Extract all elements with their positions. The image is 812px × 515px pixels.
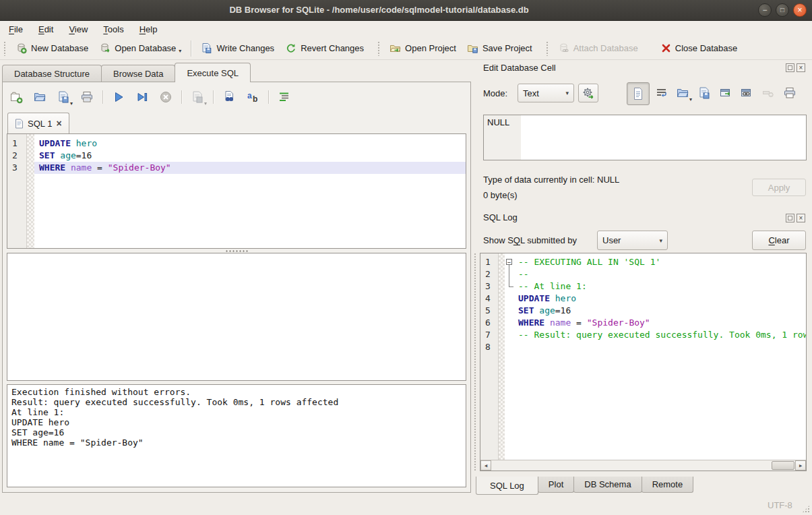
toolbar-separator bbox=[213, 90, 214, 104]
new-database-button[interactable]: New Database bbox=[10, 40, 94, 57]
code-token: SET bbox=[518, 305, 534, 315]
execute-all-button[interactable] bbox=[111, 89, 127, 105]
code-line: WHERE name = "Spider-Boy" bbox=[518, 317, 650, 328]
dock-tab-remote[interactable]: Remote bbox=[642, 477, 694, 493]
open-sql-file-button[interactable] bbox=[32, 89, 48, 105]
sql-log-dock-title: SQL Log bbox=[483, 212, 518, 222]
export-cell-data-button[interactable] bbox=[697, 86, 712, 100]
execution-message-text: Execution finished without errors. Resul… bbox=[7, 385, 466, 450]
code-token: -- bbox=[518, 269, 529, 279]
save-sql-file-button[interactable]: ▾ bbox=[55, 89, 71, 105]
dock-float-button[interactable] bbox=[786, 214, 794, 222]
sql-editor[interactable]: 1UPDATE hero 2SET age=16 3WHERE name = "… bbox=[7, 133, 466, 249]
maximize-icon: □ bbox=[780, 7, 784, 13]
attach-database-label: Attach Database bbox=[573, 43, 638, 53]
open-project-button[interactable]: Open Project bbox=[384, 40, 462, 57]
save-file-dropdown-icon[interactable]: ▾ bbox=[70, 100, 73, 107]
cell-value-editor[interactable]: NULL bbox=[483, 115, 807, 160]
play-line-icon bbox=[135, 90, 149, 104]
new-sql-tab-button[interactable] bbox=[8, 89, 24, 105]
set-as-link-button[interactable] bbox=[739, 86, 754, 100]
mode-select[interactable]: Text ▾ bbox=[518, 84, 574, 102]
dock-close-button[interactable]: × bbox=[797, 63, 805, 72]
code-token: =16 bbox=[555, 305, 571, 315]
auto-complete-button[interactable]: ab bbox=[245, 89, 261, 105]
tab-execute-sql[interactable]: Execute SQL bbox=[175, 63, 251, 82]
maximize-button[interactable]: □ bbox=[776, 3, 789, 17]
sql-file-tab-close-icon[interactable]: × bbox=[56, 119, 61, 127]
menu-tools[interactable]: Tools bbox=[97, 23, 129, 36]
fold-collapse-icon[interactable]: − bbox=[506, 259, 512, 265]
close-database-button[interactable]: Close Database bbox=[656, 40, 743, 56]
apply-button-label: Apply bbox=[768, 183, 790, 193]
titlebar: DB Browser for SQLite - /home/user/code/… bbox=[0, 0, 812, 21]
write-changes-button[interactable]: Write Changes bbox=[195, 40, 280, 57]
mode-select-value: Text bbox=[523, 88, 561, 98]
import-dropdown-icon[interactable]: ▾ bbox=[689, 96, 692, 102]
revert-changes-label: Revert Changes bbox=[301, 43, 364, 53]
dock-close-button[interactable]: × bbox=[797, 214, 805, 222]
code-line: WHERE name = "Spider-Boy" bbox=[39, 162, 171, 173]
main-tab-bar: Database Structure Browse Data Execute S… bbox=[2, 63, 250, 82]
open-database-button[interactable]: Open Database ▾ bbox=[94, 40, 187, 57]
tab-browse-data[interactable]: Browse Data bbox=[101, 65, 175, 82]
toolbar-drag-handle[interactable] bbox=[546, 41, 549, 56]
code-token: -- EXECUTING ALL IN 'SQL 1' bbox=[518, 257, 660, 267]
dock-float-button[interactable] bbox=[786, 63, 794, 72]
word-wrap-button[interactable] bbox=[654, 86, 669, 100]
mode-label: Mode: bbox=[483, 88, 507, 98]
save-results-button: ▾ bbox=[189, 89, 206, 105]
toolbar-drag-handle[interactable] bbox=[377, 41, 381, 56]
main-toolbar: New Database Open Database ▾ Write Chang… bbox=[0, 37, 812, 60]
open-in-external-button[interactable] bbox=[718, 86, 733, 100]
dock-resize-handle[interactable] bbox=[474, 253, 477, 471]
import-cell-data-button[interactable]: ▾ bbox=[675, 86, 690, 100]
menu-file[interactable]: File bbox=[3, 23, 29, 36]
close-button[interactable]: × bbox=[793, 3, 807, 17]
code-token: hero bbox=[71, 138, 97, 148]
line-number: 1 bbox=[480, 256, 500, 268]
new-database-label: New Database bbox=[31, 43, 88, 53]
sql-editor-line: 2SET age=16 bbox=[7, 150, 466, 162]
execute-current-line-button[interactable] bbox=[134, 89, 150, 105]
text-mode-toggle-button[interactable] bbox=[627, 82, 650, 105]
dock-tab-sql-log[interactable]: SQL Log bbox=[476, 477, 538, 495]
print-button[interactable] bbox=[79, 89, 95, 105]
execute-sql-pane: ▾ ▾ ab SQL 1 × 1UP bbox=[2, 82, 471, 493]
gear-apply-icon bbox=[582, 86, 595, 100]
menu-edit[interactable]: Edit bbox=[32, 23, 59, 36]
tab-database-structure[interactable]: Database Structure bbox=[2, 65, 102, 82]
folder-save-icon bbox=[467, 42, 478, 54]
print-cell-button[interactable] bbox=[782, 86, 797, 100]
scroll-right-button[interactable]: ▶ bbox=[795, 460, 806, 471]
dock-tab-db-schema[interactable]: DB Schema bbox=[573, 477, 642, 493]
code-token: UPDATE bbox=[518, 293, 550, 303]
results-grid[interactable] bbox=[7, 253, 466, 381]
format-sql-button[interactable] bbox=[276, 89, 292, 105]
sql-file-icon bbox=[15, 119, 24, 129]
menu-help[interactable]: Help bbox=[133, 23, 164, 36]
menu-view[interactable]: View bbox=[63, 23, 94, 36]
minimize-button[interactable]: − bbox=[758, 3, 772, 17]
scrollbar-thumb[interactable] bbox=[772, 461, 794, 470]
code-token: = bbox=[92, 162, 107, 173]
minimize-icon: − bbox=[762, 5, 767, 15]
toolbar-separator bbox=[268, 90, 269, 104]
code-token: "Spider-Boy" bbox=[587, 317, 650, 328]
sql-file-tab[interactable]: SQL 1 × bbox=[7, 113, 69, 133]
save-project-button[interactable]: Save Project bbox=[462, 40, 538, 57]
clear-log-button[interactable]: Clear bbox=[752, 231, 806, 250]
database-attach-icon bbox=[558, 42, 569, 54]
sql-log-line: 4UPDATE hero bbox=[480, 293, 806, 305]
scroll-left-button[interactable]: ◀ bbox=[480, 460, 491, 471]
dock-tab-plot[interactable]: Plot bbox=[538, 477, 574, 493]
revert-changes-button[interactable]: Revert Changes bbox=[280, 40, 369, 57]
sql-log-filter-select[interactable]: User ▾ bbox=[597, 231, 668, 250]
resize-grip[interactable] bbox=[802, 505, 810, 513]
code-token: SET bbox=[39, 150, 55, 160]
toolbar-drag-handle[interactable] bbox=[3, 41, 7, 56]
find-replace-button[interactable] bbox=[221, 89, 237, 105]
auto-switch-mode-button[interactable] bbox=[578, 84, 598, 102]
open-database-dropdown-icon[interactable]: ▾ bbox=[179, 48, 181, 54]
log-horizontal-scrollbar[interactable]: ◀ ▶ bbox=[480, 460, 806, 471]
